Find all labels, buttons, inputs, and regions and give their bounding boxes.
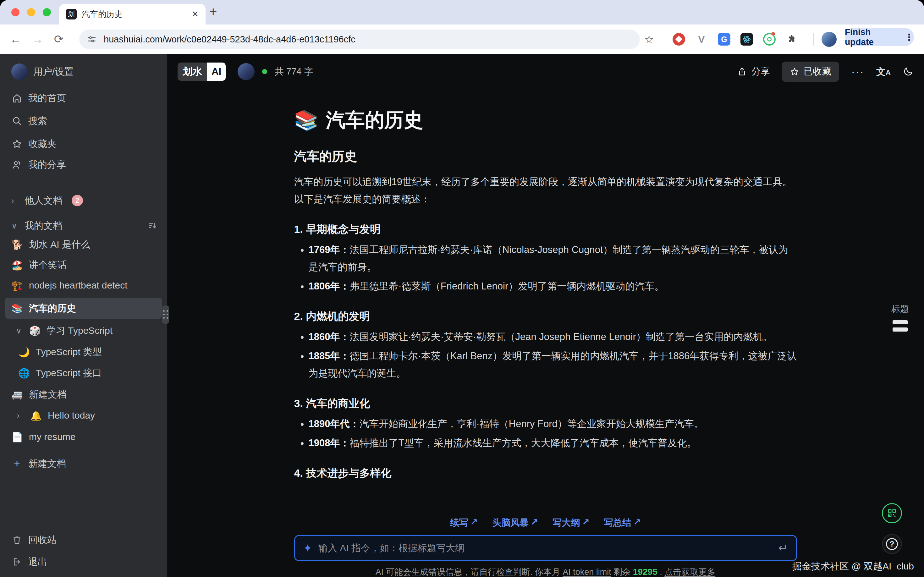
sidebar-group-my-docs[interactable]: ∨ 我的文档 (5, 216, 162, 235)
page-emoji-icon: 📄 (11, 432, 23, 443)
reload-icon[interactable]: ⟳ (54, 24, 63, 54)
doc-item[interactable]: 🏗️ nodejs heartbeat detect (5, 276, 162, 295)
ai-command-inputbox[interactable]: ✦ ↵ (294, 535, 797, 561)
bookmark-star-icon[interactable]: ☆ (644, 24, 654, 54)
extension-icons: V G (672, 24, 798, 54)
chevron-right-icon[interactable]: › (11, 196, 19, 206)
huashui-logo[interactable]: 划水 AI (177, 63, 226, 81)
chevron-down-icon[interactable]: ∨ (16, 326, 23, 336)
sidebar-item-search[interactable]: 搜索 (5, 111, 162, 131)
chevron-right-icon[interactable]: › (17, 411, 24, 421)
tab-close-icon[interactable]: ✕ (191, 9, 198, 19)
star-icon (790, 67, 799, 76)
get-more-tokens-link[interactable]: 点击获取更多 (664, 567, 715, 577)
arrow-ne-icon: ↗ (582, 517, 590, 529)
write-summary-link[interactable]: 写总结↗ (604, 517, 641, 529)
forward-icon[interactable]: → (32, 24, 44, 54)
arrow-ne-icon: ↗ (633, 517, 641, 529)
browser-profile-avatar[interactable] (822, 32, 837, 47)
sidebar-group-others-docs[interactable]: › 他人文档 2 (5, 191, 162, 210)
bullet-item: 1908年：福特推出了T型车，采用流水线生产方式，大大降低了汽车成本，使汽车普及… (309, 434, 797, 451)
sidebar-item-home[interactable]: 我的首页 (5, 89, 162, 108)
continue-writing-link[interactable]: 续写↗ (450, 517, 478, 529)
sidebar-item-my-shares[interactable]: 我的分享 (5, 155, 162, 174)
token-remaining: 19295 (633, 567, 658, 577)
dark-mode-moon-icon[interactable] (903, 66, 913, 77)
logout-icon (11, 557, 23, 567)
document-area[interactable]: 📚 汽车的历史 汽车的历史 汽车的历史可以追溯到19世纪末，经历了多个重要的发展… (167, 89, 924, 577)
doc-item[interactable]: 🐕 划水 AI 是什么 (5, 235, 162, 254)
doc-item[interactable]: 📄 my resume (5, 427, 162, 446)
more-options-icon[interactable]: ··· (851, 65, 864, 78)
others-docs-badge: 2 (72, 195, 83, 206)
qr-code-button[interactable] (882, 503, 902, 523)
doc-item-nested[interactable]: 🌐 TypeScript 接口 (5, 364, 162, 382)
bullet-list: 1860年：法国发明家让·约瑟夫·艾蒂安·勒努瓦（Jean Joseph Eti… (294, 328, 797, 382)
token-limit-link[interactable]: AI token limit (563, 567, 611, 577)
doc-item[interactable]: 🏖️ 讲个笑话 (5, 256, 162, 274)
ai-command-input[interactable] (318, 543, 772, 553)
browser-window: 划 汽车的历史 ✕ + ← → ⟳ huashuiai.com/work/c0e… (0, 0, 924, 577)
new-document-button[interactable]: + 新建文档 (5, 454, 162, 473)
address-bar[interactable]: huashuiai.com/work/c0e02449-523d-48dc-a4… (79, 29, 640, 49)
kebab-menu-icon[interactable]: ⋮ (905, 32, 914, 43)
translate-icon[interactable]: 文A (876, 65, 891, 78)
tab-strip: 划 汽车的历史 ✕ + (0, 0, 924, 24)
new-tab-button[interactable]: + (209, 5, 217, 19)
doc-item[interactable]: 🚐 新建文档 (5, 385, 162, 404)
bullet-list: 1890年代：汽车开始商业化生产，亨利·福特（Henry Ford）等企业家开始… (294, 415, 797, 451)
enter-icon[interactable]: ↵ (778, 542, 788, 555)
section-heading: 4. 技术进步与多样化 (294, 466, 797, 480)
doc-item-nested[interactable]: 🌙 TypeScript 类型 (5, 343, 162, 361)
doc-header-actions: 分享 已收藏 ··· 文A (737, 61, 913, 82)
books-emoji-icon: 📚 (11, 303, 23, 314)
chevron-down-icon[interactable]: ∨ (11, 221, 19, 230)
outline-rail[interactable]: 标题 (891, 303, 909, 332)
minimize-window-button[interactable] (27, 8, 35, 16)
outline-heading-bar[interactable] (893, 327, 908, 332)
collaborator-avatar[interactable] (238, 63, 255, 80)
brainstorm-link[interactable]: 头脑风暴↗ (492, 517, 538, 529)
section-heading: 2. 内燃机的发明 (294, 309, 797, 324)
browser-tab[interactable]: 划 汽车的历史 ✕ (59, 4, 206, 24)
bell-emoji-icon: 🔔 (30, 410, 42, 421)
close-window-button[interactable] (11, 8, 19, 16)
beach-emoji-icon: 🏖️ (11, 259, 23, 271)
search-icon (11, 116, 23, 126)
site-info-icon[interactable] (87, 34, 97, 44)
doc-item-expandable[interactable]: › 🔔 Hello today (5, 406, 162, 425)
user-avatar (11, 63, 27, 80)
trash-item[interactable]: 回收站 (5, 530, 162, 550)
bullet-item: 1769年：法国工程师尼古拉斯·约瑟夫·库诺（Nicolas-Joseph Cu… (309, 241, 797, 276)
bullet-list: 1769年：法国工程师尼古拉斯·约瑟夫·库诺（Nicolas-Joseph Cu… (294, 241, 797, 295)
user-settings-item[interactable]: 用户/设置 (5, 61, 162, 82)
logout-item[interactable]: 退出 (5, 553, 162, 571)
trash-icon (11, 535, 23, 545)
share-button[interactable]: 分享 (737, 65, 770, 78)
doc-subtitle: 汽车的历史 (294, 148, 797, 165)
extensions-puzzle-icon[interactable] (786, 33, 798, 45)
write-outline-link[interactable]: 写大纲↗ (553, 517, 590, 529)
sort-icon[interactable] (147, 221, 158, 230)
bullet-item: 1806年：弗里德里希·德莱斯（Friedrich Lenoir）发明了第一辆内… (309, 277, 797, 295)
favorited-button[interactable]: 已收藏 (782, 61, 839, 82)
google-translate-extension-icon[interactable]: G (718, 33, 730, 45)
juejin-extension-icon[interactable] (672, 33, 685, 45)
green-ring-extension-icon[interactable] (763, 33, 776, 45)
editor-main: 划水 AI 共 774 字 分享 已收藏 ··· 文A (167, 54, 924, 577)
van-emoji-icon: 🚐 (11, 389, 23, 400)
back-icon[interactable]: ← (10, 24, 21, 54)
vue-devtools-extension-icon[interactable]: V (695, 33, 708, 45)
help-button[interactable]: ? (882, 534, 902, 554)
react-devtools-extension-icon[interactable] (740, 33, 753, 45)
sidebar-item-favorites[interactable]: 收藏夹 (5, 134, 162, 153)
url-text: huashuiai.com/work/c0e02449-523d-48dc-a4… (104, 34, 355, 45)
sidebar-drag-handle[interactable] (162, 305, 169, 324)
qr-code-icon (887, 508, 897, 519)
doc-item-selected[interactable]: 📚 汽车的历史 (5, 298, 162, 319)
outline-heading-bar[interactable] (893, 320, 908, 324)
doc-item-expandable[interactable]: ∨ 🎲 学习 TypeScript (5, 321, 162, 340)
sidebar: 用户/设置 我的首页 搜索 收藏夹 我的分享 › 他人文档 2 (0, 54, 167, 577)
finish-update-button[interactable]: Finish update ⋮ (845, 28, 914, 46)
maximize-window-button[interactable] (43, 8, 51, 16)
